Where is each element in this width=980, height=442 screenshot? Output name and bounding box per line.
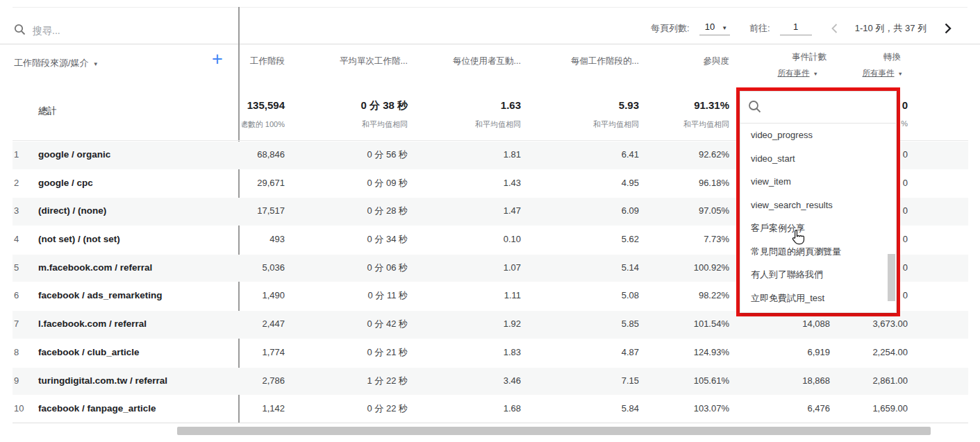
row-index: 4: [14, 226, 19, 254]
cell-duration: 0 分 22 秒: [367, 395, 408, 423]
totals-per-session: 5.93: [619, 99, 639, 111]
cell-engagement: 101.54%: [694, 310, 729, 339]
cell-per_user: 1.07: [504, 254, 521, 282]
cell-conversions: 0: [903, 169, 908, 198]
col-header-engagement[interactable]: 參與度: [704, 56, 730, 67]
conversions-filter[interactable]: 所有事件: [863, 68, 903, 78]
rows-per-page-label: 每頁列數:: [651, 22, 690, 35]
cell-conversions: 1,659.00: [872, 395, 908, 423]
search-input[interactable]: 搜尋...: [33, 25, 60, 37]
row-source-medium: (not set) / (not set): [38, 226, 120, 254]
col-header-event-count[interactable]: 事件計數: [792, 51, 827, 63]
col-header-avg-duration[interactable]: 平均單次工作階...: [340, 56, 408, 67]
col-header-interactions-per-user[interactable]: 每位使用者互動...: [453, 56, 521, 67]
cell-per_session: 4.87: [622, 339, 639, 367]
cell-duration: 0 分 28 秒: [367, 197, 408, 226]
cell-sessions: 2,447: [262, 310, 285, 339]
goto-label: 前往:: [749, 22, 770, 35]
row-index: 10: [14, 395, 24, 423]
table-search[interactable]: 搜尋...: [14, 24, 60, 38]
cell-sessions: 1,774: [262, 339, 285, 367]
pagination-bar: 每頁列數: 10 前往: 1 1-10 列，共 37 列: [651, 22, 955, 35]
totals-sessions-sub-clip: 總數的 100%: [242, 119, 285, 130]
totals-engagement: 91.31%: [694, 99, 729, 111]
col-header-conversions[interactable]: 轉換: [883, 51, 901, 63]
cell-engagement: 92.62%: [699, 141, 729, 169]
cell-events: 6,919: [807, 339, 830, 367]
event-filter-options: video_progressvideo_startview_itemview_s…: [740, 124, 896, 309]
cell-duration: 1 分 22 秒: [367, 367, 408, 396]
row-source-medium: facebook / fanpage_article: [38, 395, 156, 423]
totals-per-session-sub: 和平均值相同: [593, 119, 639, 130]
cell-per_user: 1.43: [504, 169, 521, 198]
cell-per_session: 4.95: [622, 169, 639, 198]
event-filter-option[interactable]: view_item: [740, 170, 896, 194]
cell-duration: 0 分 42 秒: [367, 310, 408, 339]
cell-sessions: 1,490: [262, 282, 285, 310]
cell-per_session: 6.09: [622, 197, 639, 226]
cell-duration: 0 分 34 秒: [367, 226, 408, 254]
cell-duration: 0 分 11 秒: [367, 282, 408, 310]
row-index: 1: [14, 141, 19, 169]
table-bottom-divider: [13, 423, 968, 423]
row-source-medium: facebook / ads_remarketing: [38, 282, 163, 310]
dropdown-scrollbar[interactable]: [888, 254, 895, 301]
row-index: 9: [14, 367, 19, 396]
cell-per_session: 7.15: [622, 367, 639, 396]
cell-per_user: 3.46: [504, 367, 521, 396]
cell-sessions: 2,786: [262, 367, 285, 396]
event-filter-option[interactable]: 立即免費試用_test: [740, 287, 896, 310]
cell-engagement: 7.73%: [704, 226, 729, 254]
cell-engagement: 103.07%: [694, 395, 729, 423]
cell-duration: 0 分 21 秒: [367, 339, 408, 367]
cell-per_session: 6.41: [622, 141, 639, 169]
col-header-sessions[interactable]: 工作階段: [250, 56, 285, 67]
event-count-filter[interactable]: 所有事件: [778, 68, 818, 78]
cell-events: 6,476: [807, 395, 830, 423]
analytics-table-screen: 搜尋... 每頁列數: 10 前往: 1 1-10 列，共 37 列 工作階段來…: [0, 0, 980, 442]
dropdown-search-input[interactable]: [740, 92, 896, 124]
toolbar-divider: [0, 44, 980, 44]
event-filter-option[interactable]: view_search_results: [740, 194, 896, 217]
event-filter-option[interactable]: video_progress: [740, 124, 896, 147]
cell-conversions: 2,254.00: [872, 339, 908, 367]
cell-per_session: 5.08: [622, 282, 639, 310]
cell-sessions: 493: [269, 226, 285, 254]
horizontal-scrollbar[interactable]: [177, 427, 931, 435]
cell-conversions: 0: [903, 282, 908, 310]
chevron-down-icon: [722, 22, 727, 32]
cell-conversions: 0: [903, 254, 908, 282]
event-filter-option[interactable]: 常見問題的網頁瀏覽量: [740, 240, 896, 264]
table-row[interactable]: 8facebook / club_article1,7740 分 21 秒1.8…: [0, 339, 980, 367]
cell-per_user: 0.10: [504, 226, 521, 254]
cell-sessions: 68,846: [257, 141, 285, 169]
dimension-header-source-medium[interactable]: 工作階段來源/媒介: [14, 57, 99, 69]
cell-per_user: 1.81: [504, 141, 521, 169]
cell-conversions: 0: [903, 226, 908, 254]
cell-per_user: 1.47: [504, 197, 521, 226]
cursor-pointer-icon: [789, 229, 805, 249]
row-source-medium: turingdigital.com.tw / referral: [38, 367, 167, 396]
row-source-medium: google / organic: [38, 141, 110, 169]
cell-engagement: 124.93%: [694, 339, 729, 367]
event-filter-option[interactable]: 客戶案例分享: [740, 216, 896, 240]
cell-conversions: 2,861.00: [872, 367, 908, 396]
totals-conversions-fragment: 0: [902, 99, 908, 111]
table-row[interactable]: 9turingdigital.com.tw / referral2,7861 分…: [0, 367, 980, 396]
event-filter-option[interactable]: video_start: [740, 147, 896, 171]
next-page-button[interactable]: [940, 22, 955, 35]
row-index: 2: [14, 169, 19, 198]
event-filter-option[interactable]: 有人到了聯絡我們: [740, 263, 896, 287]
cell-engagement: 98.22%: [699, 282, 729, 310]
table-row[interactable]: 10facebook / fanpage_article1,1420 分 22 …: [0, 395, 980, 423]
prev-page-button[interactable]: [827, 23, 841, 34]
totals-label: 總計: [38, 105, 57, 117]
goto-page-input[interactable]: 1: [780, 22, 812, 35]
totals-duration: 0 分 38 秒: [360, 99, 408, 112]
col-header-per-session[interactable]: 每個工作階段的...: [571, 56, 639, 67]
cell-per_session: 5.85: [622, 310, 639, 339]
cell-engagement: 96.18%: [699, 169, 729, 198]
cell-per_user: 1.92: [504, 310, 521, 339]
rows-per-page-select[interactable]: 10: [699, 22, 730, 35]
add-column-button[interactable]: [212, 50, 223, 69]
